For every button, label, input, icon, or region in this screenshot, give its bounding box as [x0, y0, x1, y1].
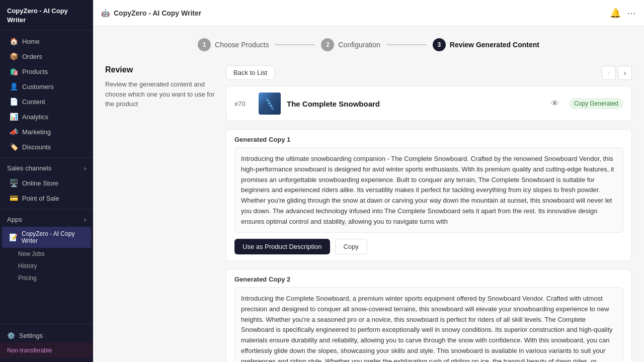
sidebar-item-orders[interactable]: 📦 Orders [2, 49, 91, 64]
nav-arrows: ‹ › [602, 66, 632, 80]
customers-icon: 👤 [9, 82, 18, 90]
app-emoji: 🤖 [101, 9, 110, 17]
sales-channels-label: Sales channels [7, 164, 51, 172]
more-icon[interactable]: ⋯ [627, 8, 636, 19]
product-number: #70 [234, 100, 253, 108]
step-label-1: Choose Products [215, 41, 269, 49]
sidebar-item-marketing[interactable]: 📣 Marketing [2, 124, 91, 139]
products-icon: 🛍️ [9, 67, 18, 75]
sidebar-sub-pricing[interactable]: Pricing [0, 272, 93, 284]
non-transferable-badge: Non-transferable [0, 343, 93, 358]
use-as-description-button-1[interactable]: Use as Product Description [234, 239, 330, 254]
review-description: Review the generated content and choose … [105, 79, 216, 109]
sidebar-item-discounts[interactable]: 🏷️ Discounts [2, 139, 91, 154]
copy-section-2: Generated Copy 2 Introducing the Complet… [226, 269, 632, 362]
sidebar-item-label: Customers [22, 83, 54, 90]
two-col-layout: Review Review the generated content and … [105, 65, 632, 362]
content-area: 1 Choose Products 2 Configuration 3 Revi… [93, 26, 644, 362]
sales-channels-section[interactable]: Sales channels › [0, 161, 93, 175]
app-name: CopyZero - AI Copy Writer [7, 7, 68, 24]
divider-1 [0, 157, 93, 158]
content-icon: 📄 [9, 98, 18, 106]
sidebar-sub-history[interactable]: History [0, 260, 93, 272]
orders-icon: 📦 [9, 52, 18, 60]
step-label-2: Configuration [338, 41, 380, 49]
step-circle-1: 1 [198, 38, 211, 51]
online-store-icon: 🖥️ [9, 179, 18, 187]
step-connector-1 [275, 44, 315, 45]
sidebar-item-copyzero[interactable]: 📝 CopyZero - AI Copy Writer [2, 227, 91, 248]
sidebar-item-label: Orders [22, 53, 42, 60]
chevron-right-icon: › [84, 165, 86, 172]
step-connector-2 [386, 44, 427, 45]
step-configuration: 2 Configuration [321, 38, 380, 51]
copy-1-text: Introducing the ultimate snowboarding co… [234, 147, 623, 233]
sidebar-item-label: Home [22, 38, 40, 45]
copy-nav: Back to List ‹ › [226, 65, 632, 80]
main-content: 🤖 CopyZero - AI Copy Writer 🔔 ⋯ 1 Choose… [93, 0, 644, 362]
sidebar-item-point-of-sale[interactable]: 💳 Point of Sale [2, 191, 91, 206]
sidebar-item-home[interactable]: 🏠 Home [2, 34, 91, 49]
topbar-title: 🤖 CopyZero - AI Copy Writer [101, 9, 201, 17]
product-header: #70 The Complete Snowboard 👁 Copy Genera… [226, 86, 632, 121]
prev-arrow[interactable]: ‹ [602, 66, 616, 80]
step-choose-products: 1 Choose Products [198, 38, 269, 51]
step-circle-3: 3 [433, 38, 446, 51]
sidebar-item-label: Marketing [22, 128, 51, 136]
sidebar-item-label: Point of Sale [22, 195, 59, 202]
right-panel: Back to List ‹ › #70 [226, 65, 632, 362]
sidebar-item-label: Products [22, 68, 48, 75]
sidebar-item-label: Content [22, 98, 45, 106]
sidebar: CopyZero - AI Copy Writer 🏠 Home 📦 Order… [0, 0, 93, 362]
sidebar-item-customers[interactable]: 👤 Customers [2, 79, 91, 94]
marketing-icon: 📣 [9, 128, 18, 136]
settings-icon: ⚙️ [7, 332, 15, 339]
chevron-right-icon-apps: › [84, 216, 86, 223]
copy-section-1: Generated Copy 1 Introducing the ultimat… [226, 129, 632, 261]
copy-2-header: Generated Copy 2 [226, 269, 631, 287]
topbar: 🤖 CopyZero - AI Copy Writer 🔔 ⋯ [93, 0, 644, 26]
bell-icon[interactable]: 🔔 [610, 8, 621, 19]
chevron-left-icon: ‹ [608, 69, 610, 77]
sidebar-item-products[interactable]: 🛍️ Products [2, 64, 91, 79]
back-to-list-button[interactable]: Back to List [226, 65, 275, 80]
copy-1-actions: Use as Product Description Copy [226, 233, 631, 260]
sidebar-item-analytics[interactable]: 📊 Analytics [2, 109, 91, 124]
sidebar-item-label: Discounts [22, 143, 51, 151]
sidebar-item-label: Analytics [22, 113, 48, 121]
topbar-actions: 🔔 ⋯ [610, 8, 636, 19]
copy-generated-badge: Copy Generated [569, 98, 623, 109]
home-icon: 🏠 [9, 37, 18, 45]
apps-section[interactable]: Apps › [0, 212, 93, 227]
settings-label: Settings [19, 332, 43, 339]
snowboard-image [259, 93, 281, 115]
stepper: 1 Choose Products 2 Configuration 3 Revi… [105, 38, 632, 51]
sidebar-footer: ⚙️ Settings Non-transferable [0, 324, 93, 362]
discounts-icon: 🏷️ [9, 143, 18, 151]
sidebar-item-label: CopyZero - AI Copy Writer [22, 230, 84, 244]
point-of-sale-icon: 💳 [9, 194, 18, 202]
next-arrow[interactable]: › [618, 66, 632, 80]
product-image [259, 93, 281, 115]
eye-icon[interactable]: 👁 [551, 99, 559, 108]
divider-2 [0, 209, 93, 209]
left-panel: Review Review the generated content and … [105, 65, 216, 362]
copy-button-1[interactable]: Copy [335, 239, 367, 254]
sidebar-item-label: Online Store [22, 179, 58, 187]
sidebar-item-content[interactable]: 📄 Content [2, 94, 91, 109]
sidebar-item-online-store[interactable]: 🖥️ Online Store [2, 175, 91, 191]
step-label-3: Review Generated Content [450, 41, 539, 49]
apps-label: Apps [7, 216, 22, 223]
analytics-icon: 📊 [9, 113, 18, 121]
sidebar-logo: CopyZero - AI Copy Writer [0, 0, 93, 31]
settings-item[interactable]: ⚙️ Settings [0, 328, 93, 343]
step-review: 3 Review Generated Content [433, 38, 539, 51]
review-title: Review [105, 65, 216, 74]
copy-1-header: Generated Copy 1 [226, 130, 631, 147]
copy-2-text: Introducing the Complete Snowboard, a pr… [234, 287, 623, 362]
chevron-right-icon: › [624, 69, 626, 77]
product-name: The Complete Snowboard [287, 100, 545, 108]
copyzero-icon: 📝 [9, 233, 18, 241]
step-circle-2: 2 [321, 38, 334, 51]
sidebar-sub-new-jobs[interactable]: New Jobs [0, 248, 93, 260]
